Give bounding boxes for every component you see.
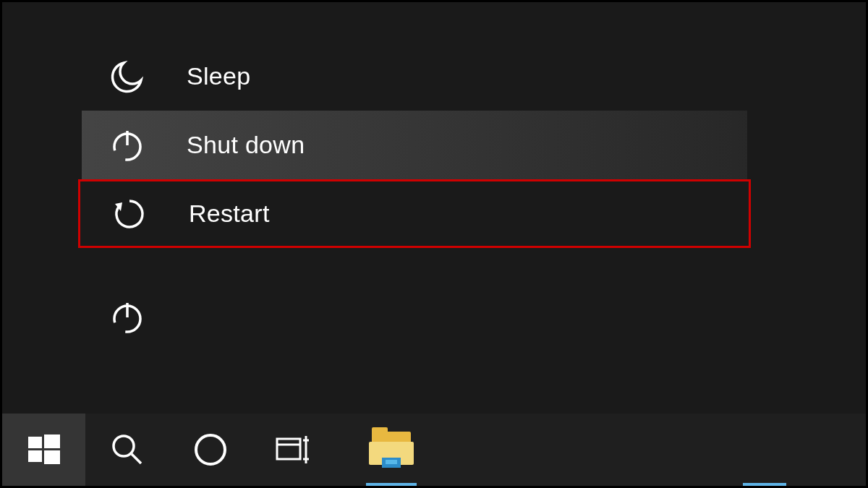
cortana-button[interactable] <box>169 414 252 486</box>
power-button[interactable] <box>107 297 147 337</box>
taskview-button[interactable] <box>252 414 335 486</box>
file-explorer-icon <box>369 432 414 468</box>
menu-item-label: Sleep <box>187 62 250 90</box>
menu-item-label: Restart <box>189 200 270 228</box>
power-icon <box>110 300 145 335</box>
start-button[interactable] <box>2 414 85 486</box>
file-explorer-button[interactable] <box>349 414 433 486</box>
running-indicator <box>743 483 786 486</box>
svg-rect-12 <box>277 439 300 459</box>
power-menu: Sleep Shut down Restart <box>82 42 747 248</box>
svg-rect-6 <box>44 435 60 448</box>
menu-item-shutdown[interactable]: Shut down <box>82 111 747 179</box>
power-icon <box>107 125 147 165</box>
svg-point-11 <box>196 435 225 464</box>
svg-line-10 <box>132 454 141 463</box>
taskbar-item-generic[interactable] <box>703 414 786 486</box>
menu-item-label: Shut down <box>187 131 305 159</box>
moon-icon <box>107 56 147 96</box>
search-icon <box>108 430 147 469</box>
svg-rect-5 <box>28 437 42 448</box>
search-button[interactable] <box>85 414 169 486</box>
svg-rect-7 <box>28 450 42 462</box>
running-indicator <box>366 483 417 486</box>
taskview-icon <box>273 432 315 468</box>
svg-rect-8 <box>44 450 60 464</box>
svg-point-9 <box>114 436 134 456</box>
windows-icon <box>25 431 63 468</box>
restart-icon <box>109 194 149 234</box>
menu-item-sleep[interactable]: Sleep <box>82 42 747 111</box>
taskbar <box>2 414 866 486</box>
cortana-icon <box>192 432 229 468</box>
menu-item-restart[interactable]: Restart <box>78 179 751 248</box>
